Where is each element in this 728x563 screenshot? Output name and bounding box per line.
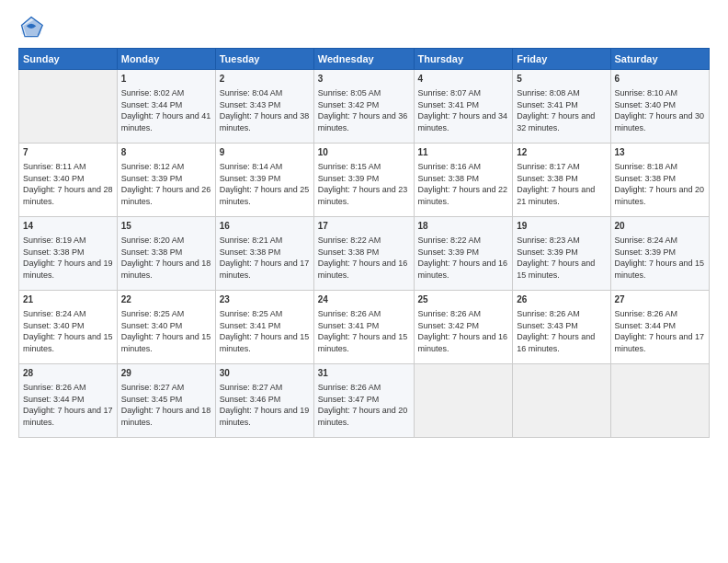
calendar-cell (414, 364, 513, 438)
day-number: 30 (220, 367, 310, 380)
day-number: 21 (23, 293, 113, 306)
calendar-cell: 24Sunrise: 8:26 AMSunset: 3:41 PMDayligh… (313, 291, 414, 364)
daylight-text: Daylight: 7 hours and 17 minutes. (615, 332, 705, 353)
calendar-cell: 27Sunrise: 8:26 AMSunset: 3:44 PMDayligh… (610, 291, 709, 364)
sunset-text: Sunset: 3:38 PM (220, 247, 281, 257)
daylight-text: Daylight: 7 hours and 19 minutes. (23, 259, 113, 280)
header-row: Sunday Monday Tuesday Wednesday Thursday… (19, 49, 710, 70)
daylight-text: Daylight: 7 hours and 16 minutes. (517, 332, 595, 353)
calendar-cell: 11Sunrise: 8:16 AMSunset: 3:38 PMDayligh… (414, 144, 513, 217)
logo-icon (18, 15, 44, 40)
calendar-cell: 19Sunrise: 8:23 AMSunset: 3:39 PMDayligh… (513, 217, 610, 291)
day-number: 12 (517, 146, 606, 159)
calendar-cell: 4Sunrise: 8:07 AMSunset: 3:41 PMDaylight… (414, 70, 513, 144)
sunset-text: Sunset: 3:47 PM (318, 395, 380, 404)
daylight-text: Daylight: 7 hours and 16 minutes. (418, 332, 508, 353)
sunrise-text: Sunrise: 8:26 AM (517, 309, 580, 318)
day-number: 2 (220, 73, 310, 86)
sunset-text: Sunset: 3:38 PM (318, 247, 380, 257)
calendar-cell: 15Sunrise: 8:20 AMSunset: 3:38 PMDayligh… (117, 217, 215, 291)
sunrise-text: Sunrise: 8:27 AM (121, 383, 185, 392)
col-saturday: Saturday (610, 49, 709, 70)
sunrise-text: Sunrise: 8:20 AM (121, 236, 185, 245)
day-number: 17 (318, 220, 410, 233)
sunrise-text: Sunrise: 8:27 AM (220, 383, 283, 392)
sunset-text: Sunset: 3:44 PM (121, 100, 183, 109)
sunrise-text: Sunrise: 8:26 AM (615, 309, 678, 318)
day-number: 3 (318, 73, 410, 86)
sunrise-text: Sunrise: 8:26 AM (318, 383, 381, 392)
sunset-text: Sunset: 3:40 PM (23, 321, 85, 330)
sunrise-text: Sunrise: 8:04 AM (220, 88, 283, 98)
daylight-text: Daylight: 7 hours and 20 minutes. (318, 406, 408, 427)
sunrise-text: Sunrise: 8:14 AM (220, 162, 283, 171)
calendar-week-row: 1Sunrise: 8:02 AMSunset: 3:44 PMDaylight… (19, 70, 710, 144)
calendar-cell (513, 364, 610, 438)
sunrise-text: Sunrise: 8:26 AM (418, 309, 482, 318)
sunset-text: Sunset: 3:39 PM (318, 174, 380, 183)
calendar-cell: 10Sunrise: 8:15 AMSunset: 3:39 PMDayligh… (313, 144, 414, 217)
daylight-text: Daylight: 7 hours and 15 minutes. (220, 332, 310, 353)
sunrise-text: Sunrise: 8:26 AM (318, 309, 381, 318)
calendar-cell: 17Sunrise: 8:22 AMSunset: 3:38 PMDayligh… (313, 217, 414, 291)
sunset-text: Sunset: 3:38 PM (615, 174, 677, 183)
sunset-text: Sunset: 3:39 PM (220, 174, 281, 183)
sunset-text: Sunset: 3:42 PM (418, 321, 480, 330)
daylight-text: Daylight: 7 hours and 23 minutes. (318, 185, 408, 206)
sunset-text: Sunset: 3:39 PM (615, 247, 677, 257)
sunset-text: Sunset: 3:41 PM (517, 100, 578, 109)
col-sunday: Sunday (19, 49, 118, 70)
day-number: 10 (318, 146, 410, 159)
sunset-text: Sunset: 3:39 PM (418, 247, 480, 257)
sunrise-text: Sunrise: 8:08 AM (517, 88, 580, 98)
day-number: 16 (220, 220, 310, 233)
sunset-text: Sunset: 3:43 PM (517, 321, 578, 330)
daylight-text: Daylight: 7 hours and 16 minutes. (418, 259, 508, 280)
sunrise-text: Sunrise: 8:19 AM (23, 236, 86, 245)
calendar-header: Sunday Monday Tuesday Wednesday Thursday… (19, 49, 710, 70)
daylight-text: Daylight: 7 hours and 30 minutes. (615, 111, 705, 132)
daylight-text: Daylight: 7 hours and 15 minutes. (318, 332, 408, 353)
sunset-text: Sunset: 3:38 PM (23, 247, 85, 257)
calendar-cell: 28Sunrise: 8:26 AMSunset: 3:44 PMDayligh… (19, 364, 118, 438)
sunrise-text: Sunrise: 8:12 AM (121, 162, 185, 171)
day-number: 27 (615, 293, 705, 306)
day-number: 29 (121, 367, 211, 380)
day-number: 5 (517, 73, 606, 86)
calendar-cell: 18Sunrise: 8:22 AMSunset: 3:39 PMDayligh… (414, 217, 513, 291)
sunrise-text: Sunrise: 8:22 AM (418, 236, 482, 245)
daylight-text: Daylight: 7 hours and 36 minutes. (318, 111, 408, 132)
calendar-week-row: 14Sunrise: 8:19 AMSunset: 3:38 PMDayligh… (19, 217, 710, 291)
calendar-cell: 3Sunrise: 8:05 AMSunset: 3:42 PMDaylight… (313, 70, 414, 144)
daylight-text: Daylight: 7 hours and 22 minutes. (418, 185, 508, 206)
daylight-text: Daylight: 7 hours and 26 minutes. (121, 185, 211, 206)
calendar-cell: 23Sunrise: 8:25 AMSunset: 3:41 PMDayligh… (215, 291, 313, 364)
col-monday: Monday (117, 49, 215, 70)
day-number: 7 (23, 146, 113, 159)
sunset-text: Sunset: 3:46 PM (220, 395, 281, 404)
day-number: 13 (615, 146, 705, 159)
daylight-text: Daylight: 7 hours and 15 minutes. (517, 259, 595, 280)
calendar-cell: 21Sunrise: 8:24 AMSunset: 3:40 PMDayligh… (19, 291, 118, 364)
sunset-text: Sunset: 3:40 PM (121, 321, 183, 330)
daylight-text: Daylight: 7 hours and 20 minutes. (615, 185, 705, 206)
col-friday: Friday (513, 49, 610, 70)
sunset-text: Sunset: 3:40 PM (615, 100, 677, 109)
daylight-text: Daylight: 7 hours and 18 minutes. (121, 259, 211, 280)
calendar-cell: 16Sunrise: 8:21 AMSunset: 3:38 PMDayligh… (215, 217, 313, 291)
sunrise-text: Sunrise: 8:15 AM (318, 162, 381, 171)
day-number: 1 (121, 73, 211, 86)
day-number: 14 (23, 220, 113, 233)
daylight-text: Daylight: 7 hours and 15 minutes. (615, 259, 705, 280)
sunrise-text: Sunrise: 8:22 AM (318, 236, 381, 245)
daylight-text: Daylight: 7 hours and 17 minutes. (23, 406, 113, 427)
daylight-text: Daylight: 7 hours and 25 minutes. (220, 185, 310, 206)
calendar-cell: 30Sunrise: 8:27 AMSunset: 3:46 PMDayligh… (215, 364, 313, 438)
day-number: 6 (615, 73, 705, 86)
sunrise-text: Sunrise: 8:18 AM (615, 162, 678, 171)
calendar-cell: 5Sunrise: 8:08 AMSunset: 3:41 PMDaylight… (513, 70, 610, 144)
calendar-cell: 20Sunrise: 8:24 AMSunset: 3:39 PMDayligh… (610, 217, 709, 291)
calendar-cell: 2Sunrise: 8:04 AMSunset: 3:43 PMDaylight… (215, 70, 313, 144)
sunrise-text: Sunrise: 8:26 AM (23, 383, 86, 392)
sunrise-text: Sunrise: 8:17 AM (517, 162, 580, 171)
